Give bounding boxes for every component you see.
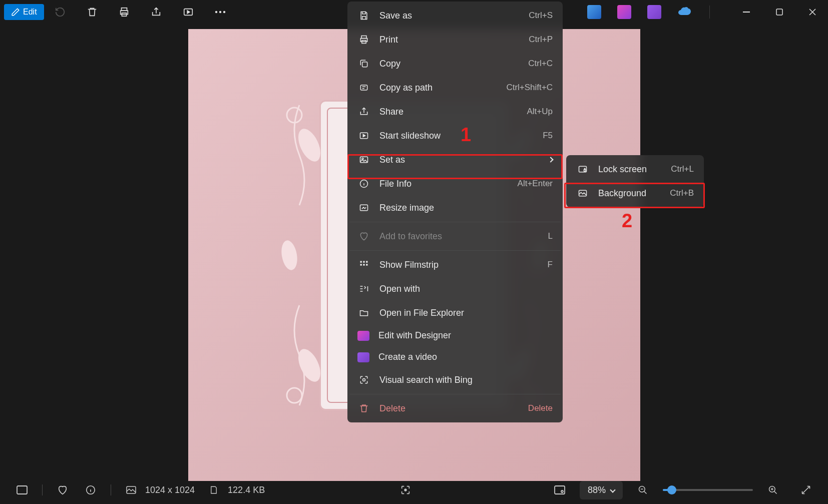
- menu-edit-designer[interactable]: Edit with Designer: [349, 325, 561, 346]
- svg-rect-43: [555, 486, 565, 494]
- menu-divider: [349, 250, 561, 251]
- svg-point-13: [293, 125, 324, 165]
- filesize-icon: [205, 481, 223, 499]
- svg-rect-31: [366, 261, 367, 263]
- dimensions-text: 1024 x 1024: [145, 485, 195, 495]
- chevron-down-icon: [610, 487, 615, 492]
- designer-app-icon[interactable]: [617, 5, 631, 19]
- open-with-icon: [357, 282, 370, 295]
- save-icon: [357, 9, 370, 22]
- svg-point-35: [363, 379, 365, 381]
- svg-rect-0: [121, 8, 127, 11]
- edit-button[interactable]: Edit: [4, 4, 44, 20]
- divider: [42, 484, 43, 495]
- edit-icon: [11, 8, 20, 17]
- menu-open-with[interactable]: Open with: [349, 277, 561, 301]
- menu-delete[interactable]: Delete Delete: [349, 396, 561, 420]
- info-icon: [357, 177, 370, 190]
- svg-rect-32: [360, 264, 362, 265]
- resize-icon: [357, 201, 370, 214]
- print-toolbar-button[interactable]: [114, 2, 134, 22]
- clipchamp-app-icon[interactable]: [647, 5, 661, 19]
- svg-point-11: [287, 388, 302, 403]
- printer-icon: [119, 7, 130, 18]
- maximize-button[interactable]: [768, 2, 791, 22]
- menu-open-explorer[interactable]: Open in File Explorer: [349, 301, 561, 325]
- filesize-text: 122.4 KB: [228, 485, 265, 495]
- zoom-select[interactable]: 88%: [580, 481, 623, 499]
- onedrive-icon[interactable]: [677, 6, 691, 18]
- edit-label: Edit: [23, 8, 37, 17]
- menu-resize[interactable]: Resize image: [349, 196, 561, 220]
- menu-favorites[interactable]: Add to favorites L: [349, 224, 561, 248]
- share-icon: [151, 7, 162, 18]
- share-toolbar-button[interactable]: [146, 2, 166, 22]
- menu-divider: [349, 222, 561, 222]
- svg-point-44: [561, 490, 563, 492]
- menu-create-video[interactable]: Create a video: [349, 346, 561, 368]
- svg-rect-39: [17, 486, 27, 494]
- close-button[interactable]: [801, 2, 824, 22]
- menu-set-as[interactable]: Set as: [349, 148, 561, 172]
- divider: [111, 484, 111, 495]
- svg-rect-29: [360, 261, 362, 263]
- svg-point-17: [279, 239, 299, 271]
- menu-filmstrip[interactable]: Show Filmstrip F: [349, 253, 561, 277]
- zoom-out-button[interactable]: [634, 481, 652, 499]
- svg-rect-8: [776, 9, 782, 15]
- set-as-icon: [357, 153, 370, 166]
- folder-icon: [357, 306, 370, 319]
- info-status-button[interactable]: [82, 481, 100, 499]
- zoom-thumb[interactable]: [667, 485, 676, 494]
- menu-save-as[interactable]: Save as Ctrl+S: [349, 4, 561, 28]
- statusbar: 1024 x 1024 122.4 KB 88%: [0, 476, 828, 504]
- svg-rect-23: [360, 85, 367, 90]
- copy-path-icon: [357, 81, 370, 94]
- slideshow-icon: [357, 129, 370, 142]
- chevron-right-icon: [548, 157, 553, 162]
- rotate-icon: [55, 7, 66, 18]
- menu-visual-search[interactable]: Visual search with Bing: [349, 368, 561, 392]
- svg-point-4: [215, 11, 217, 13]
- copy-icon: [357, 57, 370, 70]
- svg-point-6: [223, 11, 225, 13]
- menu-share[interactable]: Share Alt+Up: [349, 100, 561, 124]
- scan-button[interactable]: [396, 481, 415, 499]
- filmstrip-icon: [357, 258, 370, 271]
- slideshow-toolbar-button[interactable]: [178, 2, 198, 22]
- lock-icon: [576, 163, 589, 176]
- minimize-button[interactable]: [735, 2, 758, 22]
- svg-rect-22: [362, 62, 367, 67]
- fit-button[interactable]: [551, 481, 569, 499]
- delete-toolbar-button[interactable]: [82, 2, 102, 22]
- heart-icon: [357, 230, 370, 243]
- submenu-background[interactable]: Background Ctrl+B: [568, 181, 702, 205]
- fullscreen-button[interactable]: [797, 481, 815, 499]
- svg-rect-30: [363, 261, 364, 263]
- zoom-slider[interactable]: [663, 489, 753, 491]
- context-menu: Save as Ctrl+S Print Ctrl+P Copy Ctrl+C …: [347, 2, 563, 422]
- zoom-in-button[interactable]: [764, 481, 782, 499]
- svg-point-42: [404, 489, 406, 491]
- zoom-value: 88%: [588, 485, 606, 495]
- ellipsis-icon: [215, 11, 226, 14]
- dimensions-icon: [122, 481, 140, 499]
- divider: [709, 6, 710, 19]
- menu-copy[interactable]: Copy Ctrl+C: [349, 52, 561, 76]
- play-icon: [183, 7, 194, 18]
- photos-app-icon[interactable]: [587, 5, 601, 19]
- rotate-button[interactable]: [50, 2, 70, 22]
- submenu-lock-screen[interactable]: Lock screen Ctrl+L: [568, 157, 702, 181]
- menu-print[interactable]: Print Ctrl+P: [349, 28, 561, 52]
- menu-copy-path[interactable]: Copy as path Ctrl+Shift+C: [349, 76, 561, 100]
- favorite-status-button[interactable]: [54, 481, 72, 499]
- share-menu-icon: [357, 105, 370, 118]
- menu-file-info[interactable]: File Info Alt+Enter: [349, 172, 561, 196]
- menu-slideshow[interactable]: Start slideshow F5: [349, 124, 561, 148]
- film-status-button[interactable]: [13, 481, 31, 499]
- svg-rect-37: [584, 170, 586, 171]
- designer-icon: [357, 331, 369, 341]
- maximize-icon: [776, 9, 783, 16]
- more-button[interactable]: [210, 2, 230, 22]
- svg-point-5: [219, 11, 221, 13]
